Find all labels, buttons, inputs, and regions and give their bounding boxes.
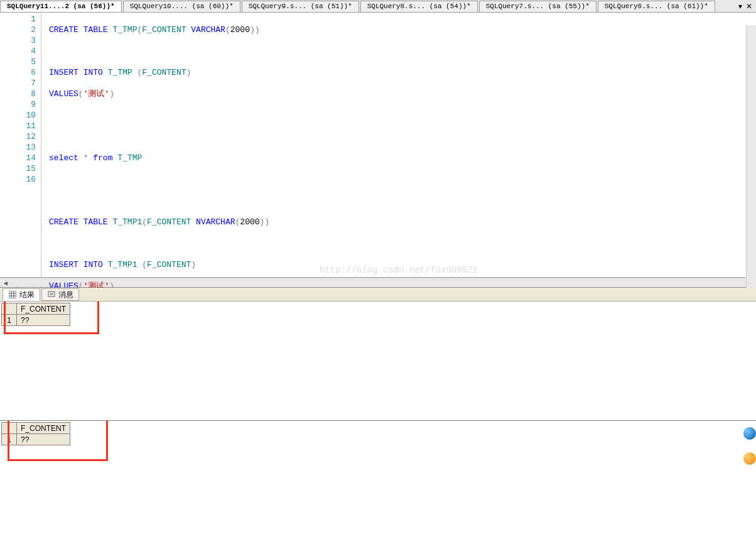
table-header-row: F_CONTENT	[2, 423, 70, 434]
tab-sqlquery11[interactable]: SQLQuery11....2 (sa (56))*	[0, 1, 122, 12]
line-number: 8	[0, 89, 36, 99]
line-number: 7	[0, 78, 36, 89]
results-tab-bar: 结果 消息	[0, 288, 756, 302]
tab-label: SQLQuery11....2 (sa (56))*	[7, 3, 115, 10]
line-number: 6	[0, 67, 36, 78]
corner-cell	[2, 303, 17, 315]
tab-sqlquery6[interactable]: SQLQuery6.s... (sa (61))*	[598, 1, 715, 12]
line-number: 3	[0, 35, 36, 46]
line-number: 15	[0, 163, 36, 174]
code-line	[49, 195, 756, 206]
code-content[interactable]: CREATE TABLE T_TMP(F_CONTENT VARCHAR(200…	[41, 13, 756, 277]
code-line: INSERT INTO T_TMP (F_CONTENT)	[49, 67, 756, 78]
tab-messages[interactable]: 消息	[41, 288, 79, 301]
line-number: 12	[0, 131, 36, 142]
code-line: select * from T_TMP	[49, 153, 756, 163]
result-grid-1-pane: F_CONTENT 1 ??	[0, 302, 756, 421]
code-line: CREATE TABLE T_TMP(F_CONTENT VARCHAR(200…	[49, 24, 756, 35]
line-number: 14	[0, 153, 36, 163]
column-header[interactable]: F_CONTENT	[17, 303, 70, 315]
tab-label: SQLQuery10.... (sa (60))*	[130, 3, 234, 10]
floating-buttons	[743, 427, 756, 465]
tab-sqlquery10[interactable]: SQLQuery10.... (sa (60))*	[123, 1, 240, 12]
help-button[interactable]	[743, 452, 756, 465]
scroll-left-icon[interactable]: ◄	[1, 280, 10, 286]
tab-sqlquery7[interactable]: SQLQuery7.s... (sa (55))*	[479, 1, 597, 12]
sql-editor[interactable]: 1 2 3 4 5 6 7 8 9 10 11 12 13 14 15 16 C…	[0, 13, 756, 278]
tab-label: SQLQuery8.s... (sa (54))*	[367, 3, 471, 10]
line-number: 1	[0, 14, 36, 24]
table-row[interactable]: 1 ??	[2, 434, 70, 445]
tab-sqlquery9[interactable]: SQLQuery9.s... (sa (51))*	[242, 1, 359, 12]
column-header[interactable]: F_CONTENT	[17, 423, 70, 434]
message-icon	[47, 290, 56, 299]
result-grid-1[interactable]: F_CONTENT 1 ??	[1, 303, 70, 326]
code-line	[49, 238, 756, 249]
tab-label: SQLQuery9.s... (sa (51))*	[249, 3, 352, 10]
line-number: 5	[0, 57, 36, 67]
code-line: INSERT INTO T_TMP1 (F_CONTENT)	[49, 259, 756, 270]
result-grid-2-pane: F_CONTENT 1 ??	[0, 421, 756, 534]
tab-messages-label: 消息	[58, 290, 73, 300]
vertical-scrollbar[interactable]	[746, 25, 756, 290]
cell-value[interactable]: ??	[17, 315, 70, 326]
table-row[interactable]: 1 ??	[2, 315, 70, 326]
close-icon[interactable]: ✕	[746, 2, 752, 11]
code-line: VALUES('测试')	[49, 89, 756, 99]
scroll-top-button[interactable]	[743, 427, 756, 440]
dropdown-icon[interactable]: ▾	[738, 2, 742, 11]
document-tab-bar: SQLQuery11....2 (sa (56))* SQLQuery10...…	[0, 0, 756, 13]
row-number: 1	[2, 434, 17, 445]
code-line	[49, 131, 756, 142]
line-number: 2	[0, 24, 36, 35]
code-line: CREATE TABLE T_TMP1(F_CONTENT NVARCHAR(2…	[49, 217, 756, 227]
line-number: 13	[0, 142, 36, 153]
code-line	[49, 174, 756, 185]
cell-value[interactable]: ??	[17, 434, 70, 445]
code-line	[49, 46, 756, 57]
line-number: 4	[0, 46, 36, 57]
line-number: 16	[0, 174, 36, 185]
tab-controls: ▾ ✕	[738, 2, 756, 11]
line-number: 11	[0, 121, 36, 131]
line-number: 9	[0, 99, 36, 110]
tab-sqlquery8[interactable]: SQLQuery8.s... (sa (54))*	[360, 1, 478, 12]
line-gutter: 1 2 3 4 5 6 7 8 9 10 11 12 13 14 15 16	[0, 13, 41, 277]
row-number: 1	[2, 315, 17, 326]
table-header-row: F_CONTENT	[2, 303, 70, 315]
code-line	[49, 110, 756, 121]
tab-results[interactable]: 结果	[3, 288, 40, 301]
tab-results-label: 结果	[19, 290, 35, 300]
grid-icon	[8, 290, 17, 299]
svg-rect-0	[9, 291, 16, 298]
corner-cell	[2, 423, 17, 434]
result-grid-2[interactable]: F_CONTENT 1 ??	[1, 422, 70, 445]
line-number: 10	[0, 110, 36, 121]
results-panel: 结果 消息 F_CONTENT 1 ?? F_CONTENT	[0, 288, 756, 544]
tab-label: SQLQuery7.s... (sa (55))*	[486, 3, 590, 10]
svg-rect-5	[48, 291, 55, 296]
tab-label: SQLQuery6.s... (sa (61))*	[605, 3, 708, 10]
